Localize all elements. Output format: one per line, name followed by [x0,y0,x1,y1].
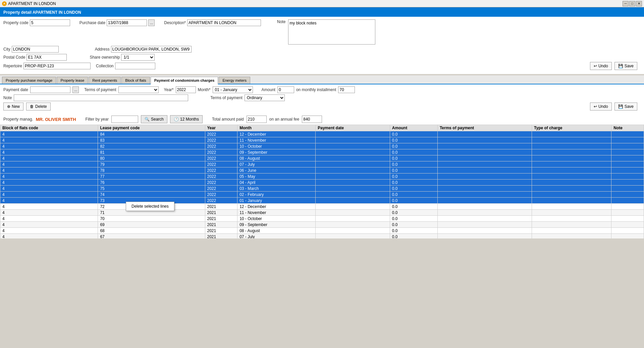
filter-by-year-label: Filter by year [86,117,109,122]
col-header-amount: Amount [390,125,437,131]
table-row[interactable]: 478202206 - June0.0 [0,167,644,173]
table-row[interactable]: 470202110 - October0.0 [0,216,644,222]
year-input[interactable] [176,86,196,93]
app-header: Property detail APARTMENT IN LONDON [0,7,644,17]
terms-of-payment-label: Terms of payment [84,87,116,92]
table-row[interactable]: 479202207 - July0.0 [0,161,644,167]
tab-rent[interactable]: Rent payments [89,77,121,84]
col-header-payment-date: Payment date [316,125,390,131]
tab-mortgage[interactable]: Property purchase mortgage [2,77,56,84]
share-ownership-label: Share ownership [90,55,120,60]
new-icon: ⊕ [7,104,10,109]
total-amount-paid-input[interactable] [247,116,267,123]
city-input[interactable] [12,46,59,53]
manager-bar: Property manag. MR. OLIVER SMITH Filter … [0,114,644,125]
address-label: Address [95,47,110,52]
tab-lease[interactable]: Property lease [57,77,88,84]
title-bar: A APARTMENT IN LONDON ─ □ ✕ [0,0,644,7]
filter-by-year-input[interactable] [111,116,138,123]
annual-fee-label: on an annual fee [269,117,299,122]
purchase-date-input[interactable] [107,19,147,26]
table-row[interactable]: 472202112 - December0.0 [0,204,644,210]
tab-flats[interactable]: Block of flats [121,77,150,84]
payment-section: Payment date ... Terms of payment Ordina… [0,84,644,114]
note-label-payment: Note [3,95,12,100]
col-header-note: Note [611,125,644,131]
tab-energy[interactable]: Energy meters [219,77,250,84]
maximize-button[interactable]: □ [629,1,635,6]
table-row[interactable]: 484202212 - December0.0 [0,131,644,137]
col-header-type: Type of charge [532,125,611,131]
note-section-label: Note [277,19,285,24]
table-row[interactable]: 482202210 - October0.0 [0,143,644,149]
delete-icon: 🗑 [30,104,34,109]
total-amount-paid-label: Total amount paid [212,117,244,122]
app-icon: A [2,1,7,6]
undo-icon: ↩ [594,64,597,68]
payment-undo-button[interactable]: ↩ Undo [590,102,612,111]
note-textarea[interactable]: my block notes [288,19,375,45]
table-row[interactable]: 467202107 - July0.0 [0,234,644,239]
close-button[interactable]: ✕ [636,1,642,6]
payment-date-picker-button[interactable]: ... [72,86,79,93]
payment-undo-icon: ↩ [594,104,597,109]
table-row[interactable]: 469202109 - September0.0 [0,222,644,228]
monthly-installment-label: on monthly installment [296,87,336,92]
window-title: APARTMENT IN LONDON [8,1,56,6]
table-row[interactable]: 476202204 - April0.0 [0,180,644,186]
table-row[interactable]: 480202208 - August0.0 [0,155,644,161]
payment-date-label: Payment date [3,87,28,92]
table-row[interactable]: 477202205 - May0.0 [0,173,644,180]
save-icon: 💾 [618,64,623,68]
delete-selected-lines-menu-item[interactable]: Delete selected lines [126,203,174,210]
monthly-installment-input[interactable] [338,86,355,93]
property-code-input[interactable] [30,19,70,26]
clock-icon: 🕐 [174,117,179,122]
data-table-container: Block of flats code Lease payment code Y… [0,125,644,238]
search-button[interactable]: 🔍 Search [141,115,167,123]
annual-fee-input[interactable] [302,116,322,123]
table-row[interactable]: 473202201 - January0.0 [0,198,644,204]
terms-of-payment-select[interactable]: OrdinaryBank transferCash [118,86,159,93]
col-header-month: Month [237,125,316,131]
terms-of-payment2-select[interactable]: OrdinaryBank transferCash [245,94,285,101]
description-label: Description* [164,20,186,25]
col-header-block-code: Block of flats code [0,125,98,131]
window-controls: ─ □ ✕ [623,1,642,6]
new-button[interactable]: ⊕ New [3,102,23,111]
property-form: Property code Purchase date ... Descript… [0,17,644,74]
tab-condominium[interactable]: Payment of condominium charges [151,77,218,84]
minimize-button[interactable]: ─ [623,1,629,6]
col-header-terms: Terms of payment [437,125,532,131]
postal-code-input[interactable] [26,54,67,61]
amount-input[interactable] [277,86,294,93]
months-button[interactable]: 🕐 12 Months [170,115,203,123]
payment-note-input[interactable] [14,94,188,101]
purchase-date-picker-button[interactable]: ... [148,19,155,26]
property-undo-button[interactable]: ↩ Undo [590,62,612,70]
share-ownership-select[interactable]: 1/11/21/3 [121,54,155,61]
description-input[interactable] [187,19,261,26]
col-header-year: Year [205,125,237,131]
table-row[interactable]: 474202202 - February0.0 [0,192,644,198]
table-row[interactable]: 483202211 - November0.0 [0,137,644,143]
search-icon: 🔍 [145,117,150,122]
month-label: Month* [198,87,211,92]
month-select[interactable]: 01 - January02 - February03 - March 04 -… [213,86,253,93]
payment-save-icon: 💾 [618,104,623,109]
address-input[interactable] [111,46,192,53]
collection-input[interactable] [115,63,155,69]
delete-button[interactable]: 🗑 Delete [26,102,51,111]
payment-save-button[interactable]: 💾 Save [614,102,637,111]
repertoire-input[interactable] [23,63,91,69]
payments-table: Block of flats code Lease payment code Y… [0,125,644,238]
collection-label: Collection [96,64,114,68]
col-header-lease-code: Lease payment code [98,125,205,131]
table-row[interactable]: 471202111 - November0.0 [0,210,644,216]
property-save-button[interactable]: 💾 Save [614,62,637,70]
city-label: City [3,47,10,52]
table-row[interactable]: 468202108 - August0.0 [0,228,644,234]
table-row[interactable]: 481202209 - September0.0 [0,149,644,155]
payment-date-input[interactable] [30,86,70,93]
table-row[interactable]: 475202203 - March0.0 [0,186,644,192]
